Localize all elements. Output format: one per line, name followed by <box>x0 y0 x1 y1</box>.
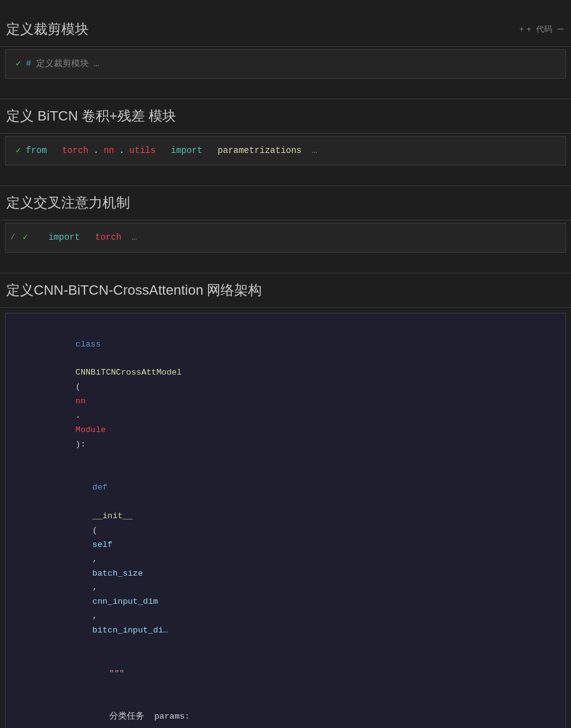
section-bitcn-module: 定义 BiTCN 卷积+残差 模块 ✓ from torch.nn.utils … <box>0 86 571 165</box>
param-batch-size: batch_size <box>92 569 143 578</box>
kw-import: import <box>171 143 202 159</box>
param-self: self <box>92 540 112 549</box>
init-method: __init__ <box>92 511 133 521</box>
kw-parametrizations: parametrizations <box>217 143 301 159</box>
large-code-block: class CNNBiTCNCrossAttModel ( nn . Modul… <box>5 313 566 728</box>
code-line-docstring-open: """ <box>18 652 553 696</box>
code-block-3: / ✓ import torch … <box>5 223 566 252</box>
module-name: Module <box>76 425 106 435</box>
section-crossattention-module: 定义交叉注意力机制 / ✓ import torch … <box>0 173 571 252</box>
code-line-params-title: 分类任务 params: <box>18 696 553 728</box>
kw-torch: torch <box>62 143 88 159</box>
code-block-2: ✓ from torch.nn.utils import parametriza… <box>5 136 566 165</box>
section-title-1: 定义裁剪模块 <box>6 20 89 39</box>
params-text: 分类任务 params: <box>109 712 190 721</box>
section-title-3: 定义交叉注意力机制 <box>6 195 130 210</box>
kw-torch2: torch <box>95 230 121 245</box>
kw-import2: import <box>48 230 79 245</box>
ellipsis-2: … <box>126 230 137 245</box>
kw-from: from <box>26 143 47 159</box>
add-code-button[interactable]: + + 代码 <box>519 24 552 35</box>
plus-icon: + <box>519 25 524 34</box>
class-name: CNNBiTCNCrossAttModel <box>76 368 182 377</box>
param-cnn-input: cnn_input_dim <box>92 597 158 606</box>
kw-utils: utils <box>129 143 156 159</box>
nn-module: nn <box>76 396 86 406</box>
kw-def: def <box>92 483 107 492</box>
kw-nn: nn <box>104 143 114 159</box>
section-title-2: 定义 BiTCN 卷积+残差 模块 <box>6 108 176 124</box>
toolbar-separator: — <box>557 24 564 35</box>
check-icon-1: ✓ <box>16 56 21 72</box>
code-block-1: ✓ # 定义裁剪模块 … <box>5 49 566 79</box>
section-title-4: 定义CNN-BiTCN-CrossAttention 网络架构 <box>6 282 262 298</box>
code-line-class: class CNNBiTCNCrossAttModel ( nn . Modul… <box>18 323 553 466</box>
code-line-def: def __init__ ( self , batch_size , cnn_i… <box>18 466 553 652</box>
param-bitcn-input: bitcn_input_di… <box>92 626 169 635</box>
section-crop-module: 定义裁剪模块 + + 代码 — ✓ # 定义裁剪模块 … <box>0 0 571 79</box>
section-cnn-bitcn-crossatt: 定义CNN-BiTCN-CrossAttention 网络架构 class CN… <box>0 260 571 728</box>
kw-class: class <box>76 340 101 349</box>
check-icon-2: ✓ <box>16 143 21 159</box>
partial-indicator: / <box>11 231 15 245</box>
hash-symbol: # <box>26 56 31 72</box>
comment-text-1: 定义裁剪模块 … <box>36 56 99 72</box>
docstring-open: """ <box>109 669 124 678</box>
ellipsis-1: … <box>307 143 317 159</box>
check-icon-3: ✓ <box>22 230 27 245</box>
